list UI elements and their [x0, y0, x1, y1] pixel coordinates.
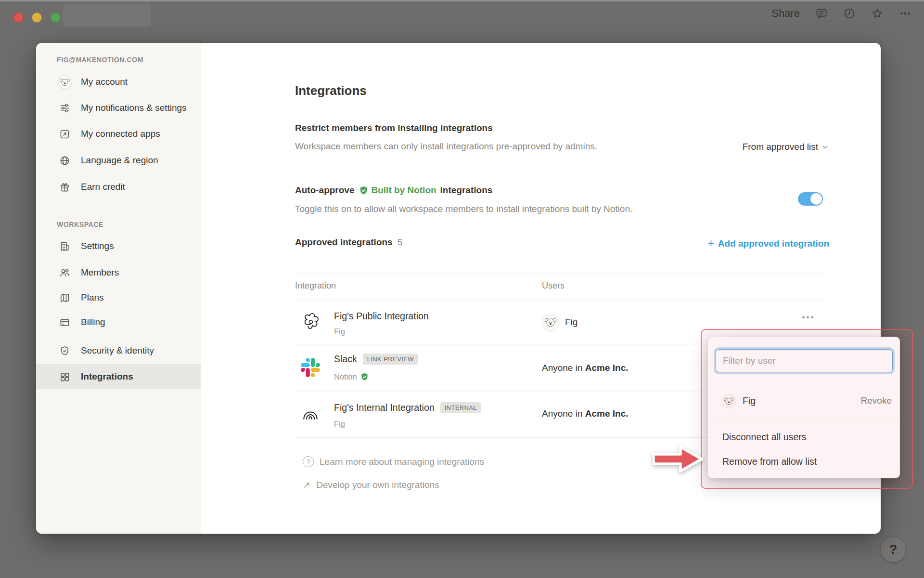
- integration-owner-text: Fig: [334, 327, 345, 336]
- traffic-light-close[interactable]: [13, 13, 24, 23]
- toggle-knob: [810, 193, 822, 205]
- column-header-users: Users: [542, 281, 565, 291]
- users-prefix: Anyone in: [542, 408, 583, 419]
- user-avatar-icon: [721, 394, 736, 408]
- window-toolbar: Share: [771, 4, 911, 23]
- integration-owner-text: Fig: [334, 420, 345, 429]
- restrict-setting-description: Workspace members can only install integ…: [295, 139, 603, 154]
- dropdown-value: From approved list: [743, 142, 818, 152]
- users-text: Anyone in Acme Inc.: [542, 408, 629, 419]
- integration-name-text: Fig's Public Integration: [334, 311, 429, 322]
- divider: [295, 273, 829, 273]
- develop-integrations-label: Develop your own integrations: [316, 480, 439, 490]
- users-prefix: Anyone in: [542, 363, 583, 373]
- divider: [295, 110, 829, 110]
- menu-item-disconnect-all-users[interactable]: Disconnect all users: [708, 426, 900, 447]
- built-by-notion-label: Built by Notion: [372, 185, 436, 196]
- integration-name: Fig's Public Integration: [334, 311, 429, 322]
- traffic-light-minimize[interactable]: [32, 13, 42, 23]
- integration-users-popup: Fig Revoke Disconnect all users Remove f…: [707, 337, 900, 478]
- auto-approve-title: Auto-approve Built by Notion integration…: [295, 185, 492, 196]
- integration-owner-text: Notion: [334, 372, 357, 381]
- help-button[interactable]: ?: [880, 537, 906, 563]
- verified-shield-icon: [360, 372, 369, 381]
- comments-icon[interactable]: [815, 7, 828, 20]
- auto-approve-prefix: Auto-approve: [295, 185, 355, 196]
- more-options-icon[interactable]: [899, 7, 911, 20]
- users-cell: Fig: [542, 314, 578, 331]
- approved-integrations-count: 5: [398, 237, 403, 247]
- users-cell: Anyone in Acme Inc.: [542, 363, 629, 373]
- integration-name-text: Slack: [334, 354, 357, 365]
- share-button[interactable]: Share: [771, 7, 800, 20]
- popup-user-name: Fig: [743, 395, 756, 407]
- integration-name-text: Fig's Internal Integration: [334, 402, 435, 413]
- users-cell: Anyone in Acme Inc.: [542, 408, 629, 419]
- user-avatar-icon: [542, 314, 559, 331]
- develop-integrations-link[interactable]: ↗ Develop your own integrations: [303, 479, 439, 490]
- integration-owner: Fig: [334, 420, 345, 429]
- internal-badge: INTERNAL: [440, 402, 482, 413]
- integration-doodle-icon: [300, 312, 321, 332]
- page-title: Integrations: [295, 83, 367, 98]
- filter-by-user-input[interactable]: [716, 349, 893, 372]
- screen: Share FIG@MAKENOTION.COM My account My n…: [0, 0, 924, 578]
- divider: [708, 417, 900, 417]
- learn-more-label: Learn more about managing integrations: [320, 457, 484, 467]
- annotation-arrow-icon: [653, 444, 704, 474]
- plus-icon: +: [707, 237, 714, 250]
- row-more-options-icon[interactable]: •••: [798, 313, 819, 322]
- users-text: Anyone in Acme Inc.: [542, 363, 629, 373]
- updates-clock-icon[interactable]: [843, 7, 856, 20]
- arrow-up-right-icon: ↗: [303, 479, 310, 490]
- add-approved-integration-button[interactable]: + Add approved integration: [707, 237, 829, 250]
- add-approved-integration-label: Add approved integration: [718, 238, 829, 249]
- titlebar-tab-area: [63, 4, 151, 27]
- column-header-integration: Integration: [295, 281, 336, 291]
- screen-top-edge: [0, 0, 924, 1]
- verified-shield-icon: [359, 185, 369, 196]
- restrict-setting-title: Restrict members from installing integra…: [295, 123, 493, 133]
- revoke-button[interactable]: Revoke: [861, 395, 892, 406]
- users-org: Acme Inc.: [585, 408, 629, 419]
- integration-name: Fig's Internal Integration INTERNAL: [334, 402, 481, 413]
- built-by-notion-badge: Built by Notion: [359, 185, 436, 196]
- favorite-star-icon[interactable]: [871, 7, 884, 20]
- slack-logo-icon: [300, 357, 321, 378]
- auto-approve-description: Toggle this on to allow all workspace me…: [295, 202, 661, 216]
- integration-owner: Notion: [334, 372, 369, 381]
- popup-user-row[interactable]: Fig Revoke: [708, 389, 900, 412]
- approved-integrations-label: Approved integrations: [295, 237, 393, 247]
- auto-approve-suffix: integrations: [440, 185, 493, 196]
- auto-approve-toggle[interactable]: [798, 192, 823, 206]
- menu-item-remove-from-allow-list[interactable]: Remove from allow list: [708, 451, 900, 472]
- restrict-policy-dropdown[interactable]: From approved list: [743, 140, 829, 154]
- learn-more-link[interactable]: ? Learn more about managing integrations: [303, 456, 484, 467]
- link-preview-badge: LINK PREVIEW: [363, 354, 418, 365]
- traffic-light-zoom[interactable]: [51, 13, 61, 23]
- chevron-down-icon: [821, 143, 829, 151]
- help-circle-icon: ?: [303, 456, 314, 467]
- integration-owner: Fig: [334, 327, 345, 336]
- integration-name: Slack LINK PREVIEW: [334, 354, 418, 365]
- approved-integrations-title: Approved integrations5: [295, 237, 402, 248]
- integration-arches-icon: [300, 404, 321, 424]
- users-org: Acme Inc.: [585, 363, 629, 373]
- user-name: Fig: [565, 317, 578, 328]
